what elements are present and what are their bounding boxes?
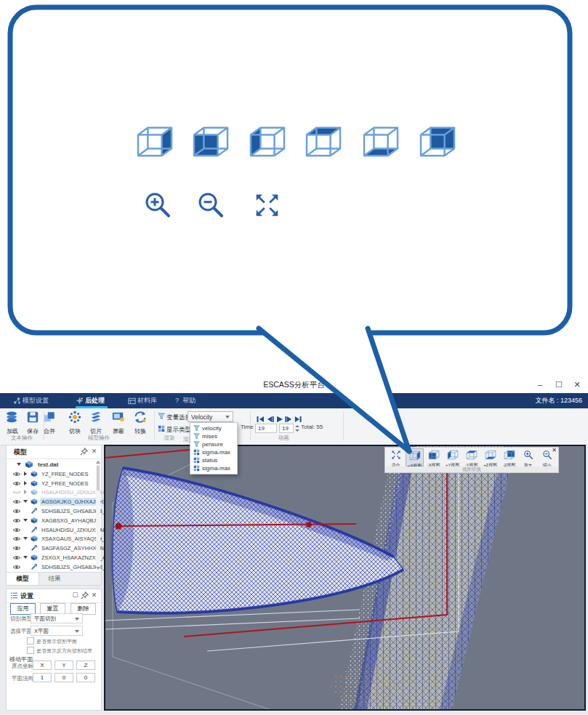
expander-icon[interactable]: [23, 537, 28, 540]
visibility-eye-icon[interactable]: [12, 471, 21, 477]
visibility-eye-icon[interactable]: [12, 527, 21, 533]
settings-close-icon[interactable]: ✕: [90, 591, 98, 599]
scroll-up-icon[interactable]: [96, 461, 100, 464]
tree-item-label[interactable]: AGSGKJKG_GJHXAJKHXA: [40, 498, 112, 506]
tree-item-label[interactable]: HSAUHDISU_JZKIUXHAHX: [40, 488, 112, 496]
convert-button[interactable]: 转换: [129, 411, 151, 435]
dropdown-item[interactable]: status: [190, 456, 237, 464]
plane-select[interactable]: X平面: [31, 626, 83, 636]
step-back-button[interactable]: [266, 413, 275, 421]
viewport-3d[interactable]: 适合 +X视图 -X视图 +Y视图 -Y视图 +Z视图 -Z视图 放大 缩小 ✕…: [104, 445, 586, 711]
tree-item[interactable]: HSAUHDISU_JZKIUXHAHX: [7, 525, 101, 535]
toolbar-close-icon[interactable]: ✕: [552, 448, 557, 453]
display-type-button[interactable]: 显示类型: [158, 425, 191, 435]
menu-help[interactable]: 帮助: [182, 393, 196, 408]
visibility-eye-icon[interactable]: [12, 545, 21, 552]
tree-scrollbar[interactable]: [96, 460, 100, 570]
slice-button[interactable]: 切片: [85, 411, 107, 435]
minimize-button[interactable]: –: [533, 376, 547, 393]
tree-item[interactable]: SDHSBJZS_GHSABJHB_ZAHU: [7, 506, 101, 516]
plus-z-view-button[interactable]: +Z视图: [481, 448, 499, 466]
plus-y-view-button[interactable]: +Y视图: [443, 448, 462, 466]
tree-item-root[interactable]: test.dat: [7, 460, 101, 469]
show-cut-plane-checkbox[interactable]: [27, 637, 34, 645]
minus-y-view-button[interactable]: -Y视图: [462, 448, 480, 466]
scrollbar-thumb[interactable]: [97, 466, 100, 490]
maximize-button[interactable]: ☐: [552, 376, 566, 393]
visibility-eye-icon[interactable]: [12, 517, 21, 524]
tree-item[interactable]: SAGFASGZ_ASYHHXSN: [7, 544, 101, 553]
step-forward-button[interactable]: [285, 413, 294, 421]
origin-x-input[interactable]: [33, 661, 52, 670]
tree-item-label[interactable]: YZ_FREE_NODES: [40, 480, 90, 488]
expander-icon[interactable]: [23, 556, 28, 559]
dropdown-item[interactable]: pensure: [190, 440, 237, 448]
pin-icon[interactable]: [80, 448, 88, 456]
visibility-eye-off-icon[interactable]: [12, 489, 21, 496]
cut-type-select[interactable]: 平面切割: [31, 613, 83, 623]
cut-block-button[interactable]: 切块: [64, 411, 86, 435]
pin-icon[interactable]: [81, 591, 89, 599]
variable-select-button[interactable]: 变量选择: [158, 413, 191, 422]
scroll-down-icon[interactable]: [96, 567, 100, 570]
time-input[interactable]: [255, 424, 277, 433]
dropdown-item[interactable]: velocity: [190, 424, 237, 432]
tree-item[interactable]: XSAXGAUS_AISYAQSH_ASHX: [7, 534, 101, 544]
expander-icon[interactable]: [17, 463, 21, 466]
visibility-eye-icon[interactable]: [12, 554, 21, 561]
tree-item[interactable]: HSAUHDISU_JZKIUXHAHX: [7, 488, 101, 497]
close-button[interactable]: ✕: [570, 376, 584, 393]
origin-z-input[interactable]: [76, 661, 95, 670]
tab-results[interactable]: 结果: [39, 573, 71, 585]
origin-y-input[interactable]: [55, 661, 73, 670]
merge-button[interactable]: 合并: [39, 411, 60, 435]
minus-x-view-button[interactable]: -X视图: [424, 448, 443, 466]
normal-y-input[interactable]: [55, 673, 73, 682]
tree-item-selected[interactable]: AGSGKJKG_GJHXAJKHXA: [7, 497, 101, 506]
play-button[interactable]: [275, 413, 284, 421]
dropdown-item[interactable]: sigma-max: [190, 448, 237, 456]
tree-item-label[interactable]: HSAUHDISU_JZKIUXHAHX: [40, 526, 112, 534]
zoom-in-button[interactable]: 放大: [519, 448, 537, 466]
frame-spinner-input[interactable]: [279, 424, 294, 433]
tree-close-icon[interactable]: ✕: [90, 448, 98, 456]
show-reverse-cut-checkbox[interactable]: [27, 647, 34, 654]
visibility-eye-icon[interactable]: [12, 564, 21, 570]
tree-item[interactable]: SDHSBJZS_GHSABJHB_ZAHU: [7, 562, 101, 572]
variable-combobox[interactable]: Velocity: [188, 411, 233, 422]
fit-view-button[interactable]: 适合: [387, 448, 405, 466]
dropdown-item[interactable]: mises: [190, 432, 237, 440]
visibility-eye-icon[interactable]: [12, 536, 21, 542]
tree-item[interactable]: YZ_FREE_NODES: [7, 479, 101, 488]
spinner-down-icon[interactable]: [295, 429, 299, 432]
tree-item[interactable]: YZ_FREE_NODES: [7, 469, 101, 479]
normal-z-input[interactable]: [76, 673, 95, 682]
visibility-eye-icon[interactable]: [12, 498, 21, 505]
visibility-eye-icon[interactable]: [12, 480, 21, 487]
tree-item-label[interactable]: test.dat: [36, 461, 60, 469]
expander-icon[interactable]: [24, 490, 27, 494]
tree-item-label[interactable]: YZ_FREE_NODES: [40, 470, 90, 478]
tree-item-label[interactable]: XAGBSXG_AYHAQBJ: [40, 517, 97, 525]
expander-icon[interactable]: [23, 500, 28, 503]
mask-button[interactable]: 屏蔽: [108, 411, 129, 435]
normal-x-input[interactable]: [33, 673, 52, 682]
restore-icon[interactable]: ☐: [71, 591, 79, 599]
spinner-up-icon[interactable]: [295, 425, 299, 427]
tab-model[interactable]: 模型: [7, 573, 39, 585]
skip-last-button[interactable]: [294, 413, 303, 421]
tree-item[interactable]: XAGBSXG_AYHAQBJ: [7, 516, 101, 525]
load-button[interactable]: 加载: [1, 411, 23, 435]
dropdown-item[interactable]: sigma-max: [190, 464, 237, 472]
bottom-margin: [0, 711, 588, 715]
visibility-eye-icon[interactable]: [12, 508, 21, 514]
menu-material-library[interactable]: 材料库: [137, 393, 157, 408]
expander-icon[interactable]: [24, 472, 27, 476]
skip-first-button[interactable]: [257, 413, 265, 421]
expander-icon[interactable]: [23, 519, 28, 522]
expander-icon[interactable]: [24, 481, 27, 485]
plus-x-view-button[interactable]: +X视图: [406, 448, 424, 466]
minus-z-view-button[interactable]: -Z视图: [500, 448, 518, 466]
tree-item[interactable]: ZSXGX_HSAKAZNZXK_AHASX: [7, 553, 101, 562]
menu-model-settings[interactable]: 模型设置: [23, 393, 49, 408]
